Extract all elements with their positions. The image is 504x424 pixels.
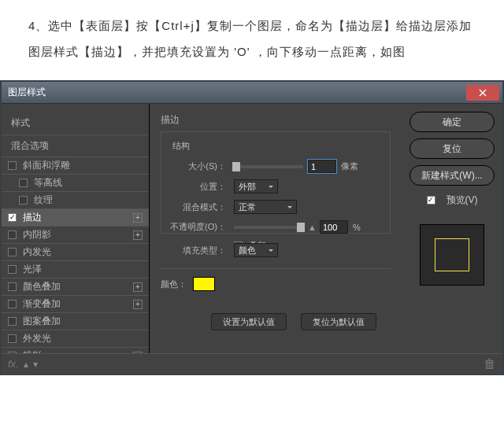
- new-style-button[interactable]: 新建样式(W)...: [410, 165, 495, 186]
- dialog-footer: fx. ▴ ▾ 🗑: [2, 353, 502, 374]
- style-checkbox[interactable]: [8, 317, 17, 326]
- color-label: 颜色：: [161, 278, 187, 290]
- sidebar-item[interactable]: 图案叠加: [2, 312, 149, 330]
- blend-label: 混合模式：: [169, 201, 226, 213]
- instruction-text: 4、选中【表面层】按【Ctrl+j】复制一个图层，命名为【描边层】给描边层添加图…: [0, 0, 504, 80]
- blend-select[interactable]: 正常: [234, 200, 297, 214]
- opacity-label: 不透明度(O)：: [169, 221, 226, 233]
- preview-checkbox[interactable]: [427, 196, 435, 205]
- sidebar-item[interactable]: 颜色叠加+: [2, 278, 149, 295]
- structure-group: 结构 大小(S)： 1 像素 位置： 外部 混合模式： 正常 不透明度(O)：: [161, 131, 391, 234]
- style-label: 外发光: [23, 332, 143, 345]
- stroke-section-title: 描边: [161, 112, 391, 131]
- arrow-up-icon[interactable]: ▴: [24, 359, 28, 370]
- preview-shape: [435, 238, 469, 271]
- style-checkbox[interactable]: [8, 248, 17, 256]
- styles-sidebar: 样式 混合选项 斜面和浮雕等高线纹理描边+内阴影+内发光光泽颜色叠加+渐变叠加+…: [2, 104, 150, 353]
- style-checkbox[interactable]: [8, 213, 17, 222]
- style-label: 内发光: [23, 245, 143, 259]
- layer-style-dialog: 图层样式 样式 混合选项 斜面和浮雕等高线纹理描边+内阴影+内发光光泽颜色叠加+…: [0, 80, 504, 375]
- style-label: 内阴影: [23, 228, 133, 241]
- style-label: 图案叠加: [23, 315, 143, 328]
- stroke-panel: 描边 结构 大小(S)： 1 像素 位置： 外部 混合模式： 正常: [150, 104, 402, 353]
- style-checkbox[interactable]: [8, 161, 17, 170]
- structure-label: 结构: [169, 140, 382, 152]
- preview-label: 预览(V): [447, 194, 478, 207]
- style-checkbox[interactable]: [8, 334, 17, 343]
- position-label: 位置：: [169, 181, 226, 193]
- reset-default-button[interactable]: 复位为默认值: [301, 313, 376, 330]
- size-unit: 像素: [341, 160, 358, 172]
- sidebar-item[interactable]: 等高线: [2, 174, 149, 191]
- dialog-body: 样式 混合选项 斜面和浮雕等高线纹理描边+内阴影+内发光光泽颜色叠加+渐变叠加+…: [2, 104, 502, 353]
- filltype-label: 填充类型：: [183, 245, 226, 256]
- plus-icon[interactable]: +: [133, 230, 143, 240]
- style-checkbox[interactable]: [8, 265, 17, 274]
- right-column: 确定 复位 新建样式(W)... 预览(V): [402, 104, 502, 353]
- arrow-down-icon[interactable]: ▾: [33, 359, 38, 370]
- window-title: 图层样式: [5, 86, 466, 99]
- size-label: 大小(S)：: [169, 160, 226, 172]
- sidebar-item[interactable]: 光泽: [2, 260, 149, 278]
- fx-icon[interactable]: fx.: [8, 358, 19, 370]
- close-icon: [479, 89, 487, 97]
- style-label: 斜面和浮雕: [23, 159, 143, 172]
- preview-box: [420, 224, 484, 286]
- style-label: 描边: [23, 211, 133, 224]
- color-swatch[interactable]: [193, 277, 215, 291]
- window-titlebar: 图层样式: [2, 82, 502, 104]
- style-label: 光泽: [23, 263, 143, 276]
- plus-icon[interactable]: +: [133, 282, 143, 292]
- opacity-arrow-icon: ▲: [308, 223, 317, 232]
- sidebar-item[interactable]: 描边+: [2, 208, 149, 226]
- sidebar-item[interactable]: 内阴影+: [2, 226, 149, 243]
- sidebar-item[interactable]: 内发光: [2, 243, 149, 260]
- set-default-button[interactable]: 设置为默认值: [211, 313, 287, 330]
- position-select[interactable]: 外部: [234, 179, 278, 194]
- style-label: 等高线: [34, 176, 143, 190]
- sidebar-heading: 样式: [2, 112, 149, 135]
- style-checkbox[interactable]: [8, 300, 17, 308]
- style-label: 渐变叠加: [23, 297, 133, 311]
- ok-button[interactable]: 确定: [410, 112, 495, 132]
- opacity-input[interactable]: 100: [320, 220, 348, 234]
- opacity-slider[interactable]: [234, 226, 303, 229]
- plus-icon[interactable]: +: [133, 213, 143, 223]
- divider: [161, 268, 391, 269]
- size-slider[interactable]: [234, 165, 303, 168]
- style-checkbox[interactable]: [8, 230, 17, 239]
- trash-icon[interactable]: 🗑: [484, 357, 496, 371]
- sidebar-item[interactable]: 外发光: [2, 330, 149, 347]
- style-checkbox[interactable]: [8, 282, 17, 291]
- filltype-select[interactable]: 颜色: [234, 243, 278, 257]
- plus-icon[interactable]: +: [133, 300, 143, 309]
- sidebar-item[interactable]: 纹理: [2, 191, 149, 208]
- style-label: 颜色叠加: [23, 280, 133, 293]
- close-button[interactable]: [466, 85, 499, 101]
- style-checkbox[interactable]: [19, 179, 28, 187]
- reset-button[interactable]: 复位: [410, 138, 495, 159]
- style-label: 纹理: [34, 194, 143, 207]
- opacity-unit: %: [353, 223, 361, 232]
- sidebar-item[interactable]: 渐变叠加+: [2, 295, 149, 312]
- style-checkbox[interactable]: [19, 196, 28, 205]
- size-input[interactable]: 1: [308, 160, 336, 173]
- sidebar-item[interactable]: 斜面和浮雕: [2, 157, 149, 174]
- sidebar-subheading[interactable]: 混合选项: [2, 135, 149, 157]
